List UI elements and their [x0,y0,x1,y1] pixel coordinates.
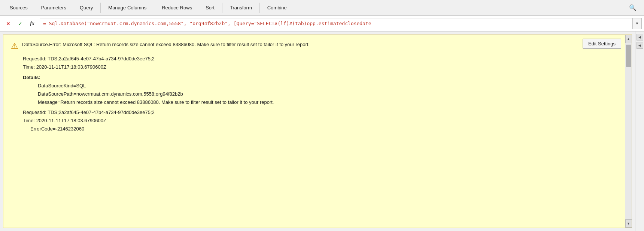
formula-bar: ✕ ✓ fx ▼ [0,16,644,32]
sidebar-collapse-top[interactable]: ◀ [637,34,643,40]
scroll-up-button[interactable]: ▲ [625,35,632,43]
scroll-down-button[interactable]: ▼ [625,219,632,228]
scrollbar-track: ▲ ▼ [625,35,632,228]
menu-item-sort[interactable]: Sort [199,0,221,16]
search-icon[interactable]: 🔍 [625,4,641,11]
menu-bar: Sources Parameters Query Manage Columns … [0,0,644,16]
detail-datasourcekind: DataSourceKind=SQL [38,82,624,90]
menu-separator-2 [154,3,154,13]
time-line-1: Time: 2020-11-11T17:18:03.6790600Z [23,63,624,71]
time-line-2: Time: 2020-11-11T17:18:03.6790600Z [23,117,624,125]
menu-separator-1 [100,3,101,13]
menu-item-transform[interactable]: Transform [223,0,259,16]
scroll-thumb[interactable] [626,45,631,67]
detail-value-0: SQL [76,83,86,88]
confirm-button[interactable]: ✓ [14,18,26,30]
details-label: Details: [23,74,624,82]
right-sidebar: ◀ ◀ [635,32,644,231]
detail-datasourcepath: DataSourcePath=nowcrmuat.crm.dynamics.co… [38,90,624,98]
menu-item-query[interactable]: Query [73,0,100,16]
details-section: DataSourceKind=SQL DataSourcePath=nowcrm… [30,82,624,106]
menu-item-parameters[interactable]: Parameters [34,0,73,16]
menu-item-reduce-rows[interactable]: Reduce Rows [155,0,199,16]
error-code-line: ErrorCode=-2146232060 [30,125,624,133]
error-panel: Edit Settings ⚠ DataSource.Error: Micros… [3,34,632,228]
warning-icon: ⚠ [11,41,18,51]
menu-separator-3 [222,3,222,13]
cancel-button[interactable]: ✕ [2,18,14,30]
formula-input[interactable] [40,18,633,29]
detail-key-2: Message [38,99,58,105]
error-title: DataSource.Error: Microsoft SQL: Return … [22,41,310,48]
error-header: ⚠ DataSource.Error: Microsoft SQL: Retur… [11,41,624,51]
detail-value-1: nowcrmuat.crm.dynamics.com,5558;org94f82… [76,91,183,97]
main-content: Edit Settings ⚠ DataSource.Error: Micros… [0,32,644,231]
request-id-line-2: RequestId: TDS;2a2af645-4e07-47b4-a734-9… [23,108,624,117]
detail-message: Message=Return records size cannot excee… [38,98,624,106]
error-body: RequestId: TDS;2a2af645-4e07-47b4-a734-9… [11,55,624,133]
detail-key-0: DataSourceKind [38,83,73,88]
menu-item-sources[interactable]: Sources [3,0,34,16]
menu-separator-4 [259,3,260,13]
detail-value-2: Return records size cannot exceed 838860… [60,99,274,105]
request-id-line-1: RequestId: TDS;2a2af645-4e07-47b4-a734-9… [23,55,624,63]
detail-key-1: DataSourcePath [38,91,73,97]
formula-expand-button[interactable]: ▼ [633,18,642,29]
menu-item-manage-columns[interactable]: Manage Columns [101,0,153,16]
fx-button[interactable]: fx [26,18,38,30]
edit-settings-button[interactable]: Edit Settings [583,39,621,49]
menu-item-combine[interactable]: Combine [261,0,294,16]
sidebar-collapse-bottom[interactable]: ◀ [637,42,643,49]
